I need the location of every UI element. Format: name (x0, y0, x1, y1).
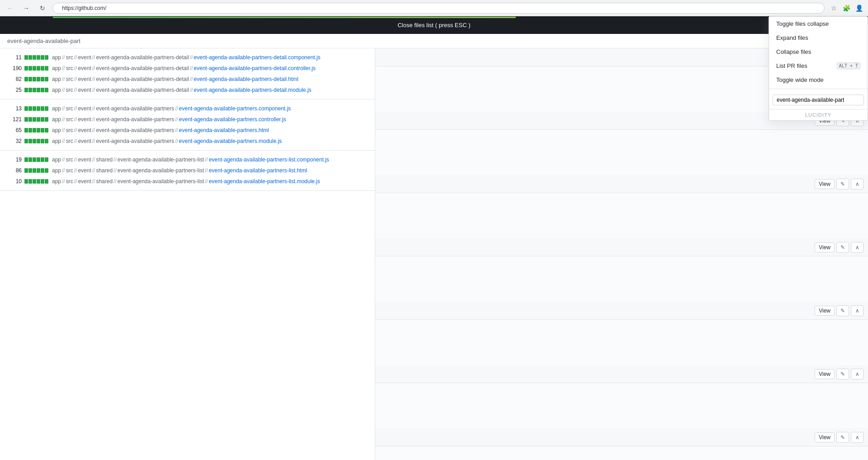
diff-bars (24, 179, 48, 184)
bar (24, 157, 28, 162)
dropdown-item-toggle-collapse[interactable]: Toggle files collapse (769, 17, 868, 31)
back-button[interactable]: ← (4, 2, 16, 14)
diff-bars (24, 157, 48, 162)
diff-section: View ✎ ∧ (375, 238, 868, 302)
file-row: 65 app // src // event // event-agenda-a… (0, 125, 375, 136)
diff-section: View ✎ ∧ (375, 428, 868, 460)
file-row: 25 app // src // event // event-agenda-a… (0, 85, 375, 95)
bar (28, 77, 32, 81)
top-bar[interactable]: Close files list ( press ESC ) (0, 16, 868, 34)
bar (33, 117, 36, 122)
view-button[interactable]: View (815, 432, 835, 442)
diff-section: View ✎ ∧ (375, 365, 868, 428)
bar (37, 139, 40, 143)
file-count: 86 (7, 166, 22, 175)
file-row: 32 app // src // event // event-agenda-a… (0, 136, 375, 147)
file-list-panel: 11 app // src // event // event-agenda-a… (0, 48, 375, 460)
edit-icon-button[interactable]: ✎ (836, 179, 849, 190)
bar (33, 55, 36, 60)
forward-button[interactable]: → (20, 2, 33, 14)
file-count: 121 (7, 115, 22, 123)
diff-bars (24, 168, 48, 173)
dropdown-footer: LUCIDITY (769, 109, 868, 120)
dropdown-search-input[interactable] (773, 95, 864, 105)
file-count: 65 (7, 126, 22, 134)
diff-section: View ✎ ∧ (375, 302, 868, 365)
bar (45, 66, 48, 71)
bar (24, 128, 28, 133)
file-path: app // src // event // shared // event-a… (52, 177, 320, 185)
bar (41, 106, 44, 111)
bar (37, 179, 40, 184)
diff-section: View ✎ ∧ (375, 175, 868, 238)
view-button[interactable]: View (815, 369, 835, 379)
file-path: app // src // event // event-agenda-avai… (52, 86, 311, 94)
bar (37, 66, 40, 71)
view-button[interactable]: View (815, 306, 835, 316)
bar (41, 55, 44, 60)
file-row: 11 app // src // event // event-agenda-a… (0, 52, 375, 63)
file-row: 82 app // src // event // event-agenda-a… (0, 74, 375, 85)
file-row: 13 app // src // event // event-agenda-a… (0, 103, 375, 114)
file-path: app // src // event // event-agenda-avai… (52, 126, 269, 134)
bar (37, 168, 40, 173)
bar (37, 128, 40, 133)
reload-button[interactable]: ↻ (36, 2, 49, 14)
file-path: app // src // event // event-agenda-avai… (52, 104, 291, 113)
dropdown-menu: Toggle files collapse Expand files Colla… (769, 16, 868, 121)
bar (41, 179, 44, 184)
dropdown-item-expand[interactable]: Expand files (769, 31, 868, 45)
collapse-icon-button[interactable]: ∧ (851, 179, 863, 190)
file-row: 10 app // src // event // shared // even… (0, 176, 375, 187)
bar (28, 55, 32, 60)
bar (24, 106, 28, 111)
edit-icon-button[interactable]: ✎ (836, 369, 849, 379)
star-icon[interactable]: ☆ (828, 3, 839, 14)
browser-chrome: ← → ↻ https://github.com/ ☆ 🧩 👤 (0, 0, 868, 16)
edit-icon-button[interactable]: ✎ (836, 432, 849, 443)
diff-bars (24, 77, 48, 81)
diff-bars (24, 117, 48, 122)
extension-icon[interactable]: 🧩 (841, 3, 852, 14)
bar (37, 117, 40, 122)
view-button[interactable]: View (815, 179, 835, 189)
profile-icon[interactable]: 👤 (854, 3, 864, 14)
dropdown-item-wide-mode[interactable]: Toggle wide mode (769, 73, 868, 87)
dropdown-search (769, 91, 868, 109)
file-path: app // src // event // shared // event-a… (52, 156, 329, 164)
collapse-icon-button[interactable]: ∧ (851, 305, 863, 316)
address-bar: https://github.com/ (52, 3, 825, 14)
dropdown-item-list-pr[interactable]: List PR files ALT + T (769, 59, 868, 73)
bar (41, 117, 44, 122)
bar (33, 168, 36, 173)
bar (45, 88, 48, 92)
keyboard-shortcut-badge: ALT + T (837, 62, 860, 69)
collapse-icon-button[interactable]: ∧ (851, 369, 863, 379)
loading-progress (53, 17, 516, 18)
bar (37, 55, 40, 60)
bar (41, 157, 44, 162)
diff-file-header: View ✎ ∧ (375, 428, 868, 446)
diff-file-header: View ✎ ∧ (375, 365, 868, 383)
edit-icon-button[interactable]: ✎ (836, 242, 849, 253)
bar (37, 106, 40, 111)
diff-section: View ✎ ∧ (375, 112, 868, 175)
bar (41, 139, 44, 143)
dropdown-item-collapse[interactable]: Collapse files (769, 45, 868, 59)
bar (24, 179, 28, 184)
bar (41, 77, 44, 81)
dropdown-divider (769, 89, 868, 89)
bar (28, 66, 32, 71)
edit-icon-button[interactable]: ✎ (836, 305, 849, 316)
collapse-icon-button[interactable]: ∧ (851, 432, 863, 443)
bar (45, 77, 48, 81)
collapse-icon-button[interactable]: ∧ (851, 242, 863, 253)
diff-content (375, 383, 868, 428)
bar (28, 106, 32, 111)
bar (45, 139, 48, 143)
bar (41, 128, 44, 133)
diff-content (375, 256, 868, 302)
bar (24, 168, 28, 173)
main-layout: 11 app // src // event // event-agenda-a… (0, 48, 868, 460)
view-button[interactable]: View (815, 242, 835, 252)
